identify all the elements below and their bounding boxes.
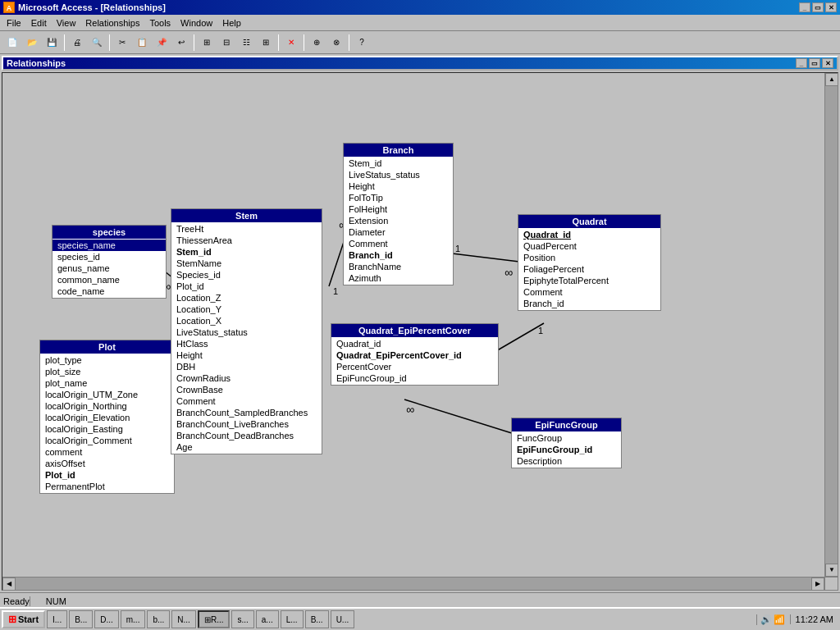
toolbar-btn1[interactable]: ⊞	[198, 34, 216, 52]
field-stem-plot[interactable]: Plot_id	[171, 281, 322, 292]
taskbar-item-3[interactable]: m...	[121, 610, 146, 628]
field-stem-livestatus[interactable]: LiveStatus_status	[171, 326, 322, 338]
field-stem-height[interactable]: Height	[171, 349, 322, 361]
field-branch-name[interactable]: BranchName	[344, 261, 453, 272]
field-plot-type[interactable]: plot_type	[40, 354, 174, 366]
inner-minimize-btn[interactable]: _	[796, 58, 807, 68]
toolbar-btn4[interactable]: ⊞	[257, 34, 275, 52]
taskbar-item-8[interactable]: a...	[256, 610, 279, 628]
field-plot-name[interactable]: plot_name	[40, 377, 174, 389]
close-btn[interactable]: ✕	[825, 2, 837, 12]
toolbar-rel1[interactable]: ⊕	[308, 34, 326, 52]
field-epi-funcgroup[interactable]: EpiFuncGroup_id	[331, 372, 498, 384]
field-stem-age[interactable]: Age	[171, 441, 322, 453]
taskbar-item-11[interactable]: U...	[331, 610, 355, 628]
field-quadrat-branchid[interactable]: Branch_id	[518, 298, 660, 309]
field-branch-livestatus[interactable]: LiveStatus_status	[344, 169, 453, 180]
field-branch-foltotip[interactable]: FolToTip	[344, 192, 453, 203]
field-species-name[interactable]: species_name	[52, 240, 166, 251]
field-stem-branchcount-sampled[interactable]: BranchCount_SampledBranches	[171, 407, 322, 418]
scroll-left-btn[interactable]: ◀	[2, 578, 16, 591]
field-local-utm[interactable]: localOrigin_UTM_Zone	[40, 389, 174, 400]
field-stem-id[interactable]: Stem_id	[171, 246, 322, 258]
field-branch-comment[interactable]: Comment	[344, 238, 453, 249]
taskbar-item-0[interactable]: I...	[47, 610, 67, 628]
toolbar-undo[interactable]: ↩	[172, 34, 190, 52]
field-quadrat-percent[interactable]: QuadPercent	[518, 240, 660, 252]
field-branch-folheight[interactable]: FolHeight	[344, 203, 453, 215]
minimize-btn[interactable]: _	[799, 2, 810, 12]
field-stem-name[interactable]: StemName	[171, 258, 322, 269]
field-stem-locz[interactable]: Location_Z	[171, 292, 322, 304]
field-stem-thiessen[interactable]: ThiessenArea	[171, 235, 322, 246]
scrollbar-bottom[interactable]: ◀ ▶	[2, 577, 824, 590]
table-plot[interactable]: Plot plot_type plot_size plot_name local…	[39, 340, 175, 494]
toolbar-help[interactable]: ?	[353, 34, 371, 52]
field-epi-percent[interactable]: PercentCover	[331, 361, 498, 372]
toolbar-rel2[interactable]: ⊗	[327, 34, 345, 52]
toolbar-delete[interactable]: ✕	[282, 34, 300, 52]
field-stem-treeht[interactable]: TreeHt	[171, 223, 322, 235]
field-genus-name[interactable]: genus_name	[52, 262, 166, 274]
field-stem-branchcount-dead[interactable]: BranchCount_DeadBranches	[171, 430, 322, 441]
field-stem-species[interactable]: Species_id	[171, 269, 322, 281]
field-quadrat-comment[interactable]: Comment	[518, 286, 660, 298]
table-species[interactable]: species species_name species_id genus_na…	[52, 225, 167, 299]
field-common-name[interactable]: common_name	[52, 274, 166, 285]
field-quadrat-epiphyte[interactable]: EpiphyteTotalPercent	[518, 275, 660, 286]
field-code-name[interactable]: code_name	[52, 285, 166, 297]
field-description[interactable]: Description	[512, 455, 621, 467]
toolbar-btn2[interactable]: ⊟	[217, 34, 235, 52]
taskbar-item-9[interactable]: L...	[281, 610, 304, 628]
menu-tools[interactable]: Tools	[144, 16, 176, 30]
field-axis-offset[interactable]: axisOffset	[40, 458, 174, 469]
field-funcgroup[interactable]: FuncGroup	[512, 432, 621, 444]
toolbar-cut[interactable]: ✂	[113, 34, 131, 52]
menu-help[interactable]: Help	[217, 16, 246, 30]
scroll-down-btn[interactable]: ▼	[825, 564, 838, 577]
table-stem[interactable]: Stem TreeHt ThiessenArea Stem_id StemNam…	[171, 208, 322, 454]
field-branch-height[interactable]: Height	[344, 180, 453, 192]
field-branch-azimuth[interactable]: Azimuth	[344, 272, 453, 284]
field-stem-crownbase[interactable]: CrownBase	[171, 384, 322, 395]
field-stem-branchcount-live[interactable]: BranchCount_LiveBranches	[171, 418, 322, 430]
field-epi-id[interactable]: Quadrat_EpiPercentCover_id	[331, 349, 498, 361]
field-branch-extension[interactable]: Extension	[344, 215, 453, 226]
scroll-right-btn[interactable]: ▶	[811, 578, 824, 591]
field-branch-diameter[interactable]: Diameter	[344, 226, 453, 238]
menu-view[interactable]: View	[52, 16, 81, 30]
field-stem-comment[interactable]: Comment	[171, 395, 322, 407]
field-quadrat-id[interactable]: Quadrat_id	[518, 229, 660, 240]
toolbar-copy[interactable]: 📋	[133, 34, 151, 52]
inner-close-btn[interactable]: ✕	[822, 58, 833, 68]
taskbar-item-2[interactable]: D...	[94, 610, 119, 628]
field-stem-locx[interactable]: Location_X	[171, 315, 322, 326]
field-epifuncgroup-id[interactable]: EpiFuncGroup_id	[512, 444, 621, 455]
toolbar-preview[interactable]: 🔍	[88, 34, 106, 52]
table-branch[interactable]: Branch Stem_id LiveStatus_status Height …	[343, 143, 454, 285]
field-species-id[interactable]: species_id	[52, 251, 166, 262]
table-quadrat-epi[interactable]: Quadrat_EpiPercentCover Quadrat_id Quadr…	[331, 323, 499, 386]
start-button[interactable]: ⊞ Start	[2, 610, 45, 628]
field-stem-dbh[interactable]: DBH	[171, 361, 322, 372]
toolbar-print[interactable]: 🖨	[68, 34, 86, 52]
taskbar-item-6[interactable]: ⊞R...	[198, 610, 231, 628]
inner-restore-btn[interactable]: ▭	[809, 58, 820, 68]
menu-relationships[interactable]: Relationships	[80, 16, 144, 30]
field-plot-size[interactable]: plot_size	[40, 366, 174, 377]
field-plot-id[interactable]: Plot_id	[40, 469, 174, 481]
table-epifuncgroup[interactable]: EpiFuncGroup FuncGroup EpiFuncGroup_id D…	[511, 418, 622, 468]
field-stem-locy[interactable]: Location_Y	[171, 304, 322, 315]
field-local-northing[interactable]: localOrigin_Northing	[40, 400, 174, 412]
menu-window[interactable]: Window	[176, 16, 217, 30]
taskbar-item-7[interactable]: s...	[231, 610, 253, 628]
field-comment[interactable]: comment	[40, 446, 174, 458]
menu-edit[interactable]: Edit	[26, 16, 52, 30]
field-epi-quadratid[interactable]: Quadrat_id	[331, 338, 498, 349]
field-quadrat-foliage[interactable]: FoliagePercent	[518, 263, 660, 275]
taskbar-item-5[interactable]: N...	[171, 610, 196, 628]
toolbar-save[interactable]: 💾	[43, 34, 61, 52]
field-local-easting[interactable]: localOrigin_Easting	[40, 423, 174, 435]
field-stem-crownradius[interactable]: CrownRadius	[171, 372, 322, 384]
restore-btn[interactable]: ▭	[812, 2, 824, 12]
